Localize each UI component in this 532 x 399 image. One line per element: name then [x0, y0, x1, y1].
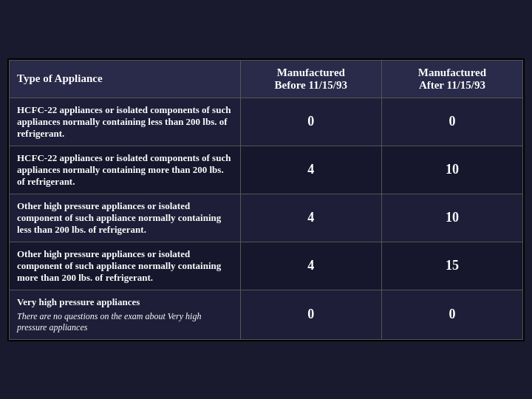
col-header-before: ManufacturedBefore 11/15/93	[240, 60, 381, 98]
header-row: Type of Appliance ManufacturedBefore 11/…	[10, 60, 523, 98]
cell-type: Other high pressure appliances or isolat…	[10, 194, 241, 242]
cell-before: 0	[240, 290, 381, 339]
cell-type: HCFC-22 appliances or isolated component…	[10, 98, 241, 146]
table-row: HCFC-22 appliances or isolated component…	[10, 146, 523, 194]
cell-before: 4	[240, 242, 381, 290]
cell-before: 0	[240, 98, 381, 146]
col-header-type: Type of Appliance	[10, 60, 241, 98]
cell-after: 10	[381, 194, 522, 242]
cell-type: Very high pressure appliancesThere are n…	[10, 290, 241, 339]
table-row: Other high pressure appliances or isolat…	[10, 242, 523, 290]
cell-note: There are no questions on the exam about…	[17, 311, 233, 333]
table-row: Very high pressure appliancesThere are n…	[10, 290, 523, 339]
cell-after: 0	[381, 98, 522, 146]
table-row: HCFC-22 appliances or isolated component…	[10, 98, 523, 146]
cell-before: 4	[240, 194, 381, 242]
appliance-table: Type of Appliance ManufacturedBefore 11/…	[9, 60, 523, 340]
cell-after: 0	[381, 290, 522, 339]
table-row: Other high pressure appliances or isolat…	[10, 194, 523, 242]
col-header-after: ManufacturedAfter 11/15/93	[381, 60, 522, 98]
cell-before: 4	[240, 146, 381, 194]
main-table-container: Type of Appliance ManufacturedBefore 11/…	[7, 58, 525, 341]
type-header-label: Type of Appliance	[17, 72, 103, 84]
cell-type: HCFC-22 appliances or isolated component…	[10, 146, 241, 194]
cell-after: 10	[381, 146, 522, 194]
cell-after: 15	[381, 242, 522, 290]
cell-type: Other high pressure appliances or isolat…	[10, 242, 241, 290]
